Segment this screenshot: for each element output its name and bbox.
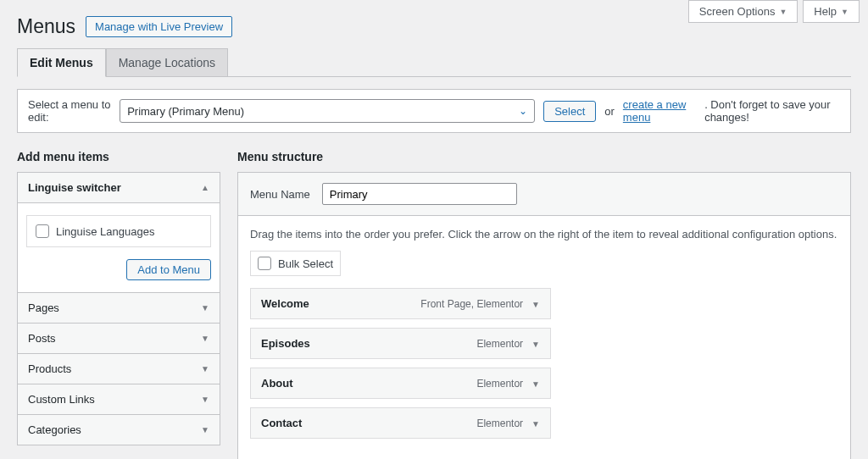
accordion-label: Custom Links — [28, 393, 95, 406]
accordion-label: Posts — [28, 332, 56, 345]
caret-down-icon[interactable]: ▼ — [531, 340, 540, 349]
accordion-products[interactable]: Products ▼ — [18, 353, 220, 384]
caret-up-icon: ▲ — [201, 183, 209, 192]
menu-item-type: Elementor — [476, 338, 523, 350]
menu-name-input[interactable] — [322, 183, 517, 205]
menu-item-title: About — [261, 377, 293, 390]
menu-item-title: Contact — [261, 417, 302, 429]
page-title: Menus — [17, 15, 75, 38]
tab-edit-menus[interactable]: Edit Menus — [17, 48, 106, 77]
caret-down-icon: ▼ — [201, 334, 209, 343]
menu-item-title: Episodes — [261, 337, 310, 350]
accordion-pages[interactable]: Pages ▼ — [18, 292, 220, 323]
menu-item-type: Elementor — [476, 418, 523, 429]
or-text: or — [604, 105, 615, 118]
caret-down-icon: ▼ — [841, 8, 849, 16]
caret-down-icon: ▼ — [201, 303, 209, 312]
menu-structure-frame: Menu Name Drag the items into the order … — [237, 172, 851, 459]
checkbox[interactable] — [36, 224, 49, 238]
caret-down-icon: ▼ — [201, 395, 209, 404]
tab-manage-locations[interactable]: Manage Locations — [106, 48, 228, 76]
accordion-body-linguise: Linguise Languages Add to Menu — [18, 202, 220, 292]
caret-down-icon: ▼ — [201, 364, 209, 373]
accordion-categories[interactable]: Categories ▼ — [18, 414, 220, 445]
linguise-languages-label: Linguise Languages — [56, 225, 154, 238]
help-label: Help — [814, 5, 837, 18]
menu-item[interactable]: WelcomeFront Page, Elementor▼ — [250, 288, 551, 319]
menu-structure-heading: Menu structure — [237, 150, 851, 163]
screen-options-button[interactable]: Screen Options ▼ — [688, 0, 798, 23]
accordion-custom-links[interactable]: Custom Links ▼ — [18, 384, 220, 414]
accordion-posts[interactable]: Posts ▼ — [18, 323, 220, 353]
bulk-select-label: Bulk Select — [278, 257, 333, 270]
help-button[interactable]: Help ▼ — [803, 0, 860, 23]
menu-select-label: Select a menu to edit: — [28, 98, 111, 124]
bulk-select-row[interactable]: Bulk Select — [250, 251, 341, 276]
caret-down-icon[interactable]: ▼ — [531, 419, 540, 429]
chevron-down-icon: ⌄ — [519, 105, 527, 117]
menu-item[interactable]: AboutElementor▼ — [250, 368, 551, 399]
caret-down-icon[interactable]: ▼ — [531, 300, 540, 309]
add-to-menu-button[interactable]: Add to Menu — [126, 259, 211, 280]
caret-down-icon: ▼ — [779, 8, 787, 16]
checkbox[interactable] — [258, 257, 271, 270]
instructions-text: Drag the items into the order you prefer… — [250, 228, 838, 241]
accordion-label: Categories — [28, 423, 81, 436]
menu-item[interactable]: ContactElementor▼ — [250, 407, 551, 439]
menu-item[interactable]: EpisodesElementor▼ — [250, 328, 551, 359]
menu-item-type: Front Page, Elementor — [420, 298, 523, 310]
reminder-text: . Don't forget to save your changes! — [704, 98, 840, 124]
linguise-languages-row[interactable]: Linguise Languages — [26, 215, 211, 247]
accordion-label: Linguise switcher — [28, 181, 121, 194]
accordion-linguise[interactable]: Linguise switcher ▲ — [18, 173, 220, 202]
menu-select-bar: Select a menu to edit: Primary (Primary … — [17, 89, 851, 133]
menu-select-value: Primary (Primary Menu) — [127, 105, 244, 118]
create-menu-link[interactable]: create a new menu — [623, 98, 696, 124]
accordion: Linguise switcher ▲ Linguise Languages A… — [17, 172, 220, 445]
add-items-heading: Add menu items — [17, 150, 220, 163]
menu-select-dropdown[interactable]: Primary (Primary Menu) ⌄ — [120, 99, 535, 123]
menu-item-title: Welcome — [261, 297, 309, 310]
accordion-label: Pages — [28, 301, 59, 314]
live-preview-button[interactable]: Manage with Live Preview — [86, 16, 232, 37]
screen-options-label: Screen Options — [699, 5, 776, 18]
caret-down-icon: ▼ — [201, 425, 209, 434]
accordion-label: Products — [28, 362, 71, 375]
select-button[interactable]: Select — [543, 101, 596, 122]
menu-item-type: Elementor — [476, 378, 523, 390]
caret-down-icon[interactable]: ▼ — [531, 379, 540, 389]
nav-tabs: Edit Menus Manage Locations — [17, 48, 851, 77]
menu-name-label: Menu Name — [250, 188, 310, 201]
